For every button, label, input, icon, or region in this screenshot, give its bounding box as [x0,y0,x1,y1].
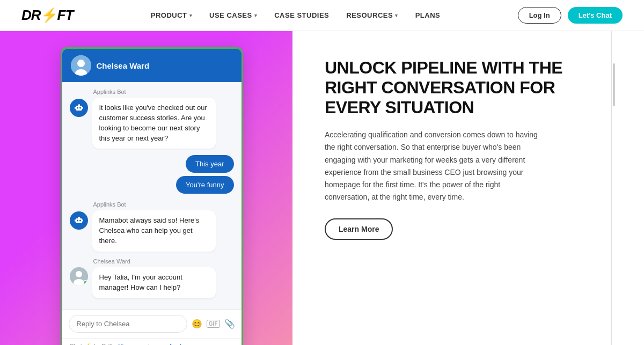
login-button[interactable]: Log In [518,7,561,24]
bolt-icon: ⚡ [84,343,92,345]
bot-message-row-1: It looks like you've checked out our cus… [70,98,234,149]
svg-rect-18 [82,219,83,222]
chevron-down-icon: ▾ [189,13,193,18]
user-option-funny[interactable]: You're funny [176,176,233,194]
chevron-down-icon: ▾ [254,13,258,18]
nav-item-plans[interactable]: PLANS [415,11,441,19]
chevron-down-icon: ▾ [395,13,398,18]
main-content: Chelsea Ward Applinks Bot [0,31,644,345]
chat-header: Chelsea Ward [62,49,241,82]
svg-point-1 [77,60,85,67]
nav-label-case-studies: CASE STUDIES [274,11,329,19]
svg-point-20 [76,271,82,277]
privacy-policy-link[interactable]: View our privacy policy here [119,343,192,345]
online-indicator [83,280,88,285]
nav-item-product[interactable]: PRODUCT ▾ [151,11,192,19]
svg-point-16 [78,216,79,217]
nav-item-use-cases[interactable]: USE CASES ▾ [209,11,257,19]
svg-point-13 [77,220,78,222]
bot-avatar [70,99,88,117]
agent-label: Chelsea Ward [93,258,234,265]
emoji-icon[interactable]: 😊 [192,319,202,329]
hero-subtext: Accelerating qualification and conversio… [325,129,539,203]
bot-avatar-2 [70,211,88,230]
chat-header-name: Chelsea Ward [97,61,150,70]
nav-item-case-studies[interactable]: CASE STUDIES [274,11,329,19]
page-headline: UNLOCK PIPELINE WITH THE RIGHT CONVERSAT… [325,58,612,117]
chat-footer: Chat ⚡ by Drift View our privacy policy … [62,338,241,345]
svg-point-5 [77,107,78,109]
nav-item-resources[interactable]: RESOURCES ▾ [346,11,398,19]
bot-message-row-2: Mamabot always said so! Here's Chelsea w… [70,210,234,252]
avatar [71,55,91,76]
svg-rect-10 [82,107,83,109]
agent-avatar [70,267,88,285]
svg-rect-4 [76,106,82,111]
navbar: DR⚡FT PRODUCT ▾ USE CASES ▾ CASE STUDIES… [0,0,644,31]
svg-rect-17 [75,219,76,222]
svg-point-6 [79,107,81,109]
learn-more-button[interactable]: Learn More [325,218,393,240]
chat-input[interactable] [69,315,187,333]
agent-message-row: Hey Talia, I'm your account manager! How… [70,267,234,298]
svg-point-14 [79,220,81,222]
chat-input-area: 😊 GIF 📎 [62,309,241,338]
attachment-icon[interactable]: 📎 [224,319,235,329]
svg-point-8 [78,104,79,105]
logo: DR⚡FT [21,7,73,24]
user-options: This year You're funny [70,155,234,194]
left-panel: Chelsea Ward Applinks Bot [0,31,292,345]
agent-bubble: Hey Talia, I'm your account manager! How… [92,267,216,298]
lets-chat-button[interactable]: Let's Chat [568,7,623,24]
chat-widget: Chelsea Ward Applinks Bot [61,47,243,345]
bot-bubble-2: Mamabot always said so! Here's Chelsea w… [92,210,216,252]
svg-rect-9 [75,107,76,109]
decorative-line [613,63,615,106]
chat-body: Applinks Bot [62,82,241,309]
right-panel: UNLOCK PIPELINE WITH THE RIGHT CONVERSAT… [292,31,644,345]
nav-label-use-cases: USE CASES [209,11,252,19]
nav-label-resources: RESOURCES [346,11,393,19]
footer-chat-label: Chat [70,343,82,345]
footer-brand: by Drift [94,343,113,345]
nav-links: PRODUCT ▾ USE CASES ▾ CASE STUDIES RESOU… [151,11,440,19]
user-option-this-year[interactable]: This year [186,155,233,173]
bot-label-2: Applinks Bot [93,201,234,208]
bot-label-1: Applinks Bot [93,89,234,95]
gif-button[interactable]: GIF [207,320,220,328]
nav-label-plans: PLANS [415,11,441,19]
nav-actions: Log In Let's Chat [518,7,623,24]
svg-rect-12 [76,218,82,223]
nav-label-product: PRODUCT [151,11,187,19]
chat-input-icons: 😊 GIF 📎 [192,319,235,329]
bot-bubble-1: It looks like you've checked out our cus… [92,98,216,149]
